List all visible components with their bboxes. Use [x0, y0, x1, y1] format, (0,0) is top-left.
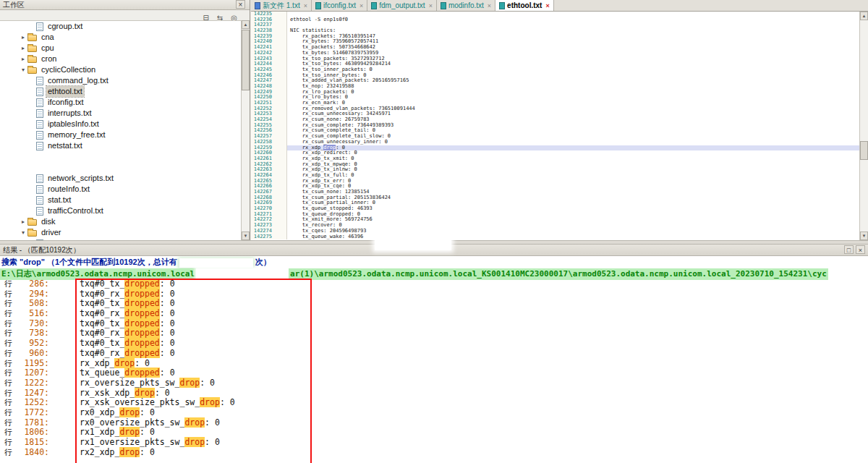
result-row[interactable]: 行1840:rx2_xdp_drop: 0 [0, 448, 868, 458]
scroll-up-icon[interactable]: ▲ [860, 12, 868, 20]
tree-item-iptablesinfo-txt[interactable]: iptablesInfo.txt [0, 119, 241, 129]
row-label: 行 [4, 378, 14, 388]
result-text: txq#0_tx_dropped: 0 [80, 319, 175, 329]
tree-item-disk[interactable]: ▸disk [0, 216, 241, 227]
tree-item-label: ethtool.txt [46, 86, 84, 97]
chevron-icon[interactable]: ▾ [19, 64, 27, 75]
tab-ifconfig-txt[interactable]: ifconfig.txt× [312, 0, 367, 11]
tree-item-stat-txt[interactable]: stat.txt [0, 195, 241, 205]
close-icon[interactable]: × [545, 2, 549, 9]
tree-item-routeinfo-txt[interactable]: routeInfo.txt [0, 184, 241, 195]
result-row[interactable]: 行508:txq#0_tx_dropped: 0 [0, 299, 868, 309]
tree-item-cna[interactable]: ▸cna [0, 32, 241, 43]
code-text: rx_xdp_tx_inlnw: 0 [287, 167, 859, 173]
result-line-number: 294: [14, 289, 49, 300]
row-label: 行 [4, 398, 14, 408]
result-text: rx_xsk_xdp_drop: 0 [80, 388, 170, 399]
tree-item-label: driver [40, 227, 63, 238]
result-row[interactable]: 行1195:rx_xdp_drop: 0 [0, 359, 868, 369]
result-text: rx2_xdp_drop: 0 [80, 448, 155, 458]
tree-item-command-log-txt[interactable]: command_log.txt [0, 75, 241, 86]
tree-item-netstat-txt[interactable]: netstat.txt [0, 140, 241, 151]
tree-gap [0, 151, 241, 162]
document-icon [499, 2, 505, 9]
result-line-number: 1195: [14, 359, 49, 369]
result-row[interactable]: 行286:txq#0_tx_dropped: 0 [0, 279, 868, 289]
file-tree[interactable]: cgroup.txt▸cna▸cpu▸cron▾cyclicCollection… [0, 20, 241, 240]
close-icon[interactable]: × [304, 2, 307, 9]
result-row[interactable]: 行1806:rx1_xdp_drop: 0 [0, 428, 868, 438]
chevron-icon[interactable]: ▾ [19, 227, 27, 238]
scroll-down-icon[interactable]: ▼ [860, 232, 868, 240]
result-row[interactable]: 行1222:rx_oversize_pkts_sw_drop: 0 [0, 378, 868, 388]
result-row[interactable]: 行516:txq#0_rx_dropped: 0 [0, 309, 868, 319]
result-row[interactable]: 行1772:rx0_xdp_drop: 0 [0, 408, 868, 418]
editor-code[interactable]: 142235142236ethtool -S enp1s0f0142237142… [251, 12, 859, 240]
tab-label: ifconfig.txt [323, 1, 356, 9]
close-icon[interactable]: × [488, 2, 491, 9]
result-line-number: 730: [14, 319, 49, 329]
workspace-title: 工作区 [3, 1, 25, 9]
chevron-icon[interactable]: ▸ [19, 216, 27, 227]
row-label: 行 [4, 339, 14, 349]
result-row[interactable]: 行1252:rx_xsk_oversize_pkts_sw_drop: 0 [0, 398, 868, 408]
close-icon[interactable]: × [359, 2, 363, 9]
tab-ethtool-txt[interactable]: ethtool.txt× [495, 0, 554, 11]
tab-1-txt[interactable]: 新文件 1.txt× [251, 0, 312, 11]
result-row[interactable]: 行952:txq#0_tx_dropped: 0 [0, 339, 868, 349]
close-icon[interactable]: × [429, 2, 433, 9]
tree-item-trafficcontrol-txt[interactable]: trafficControl.txt [0, 205, 241, 216]
result-row[interactable]: 行1781:rx0_oversize_pkts_sw_drop: 0 [0, 418, 868, 428]
scrollbar-thumb[interactable] [242, 30, 250, 90]
result-row[interactable]: 行1207:tx_queue_dropped: 0 [0, 368, 868, 378]
match-highlight: dropped [124, 289, 159, 299]
tree-item-memory-free-txt[interactable]: memory_free.txt [0, 129, 241, 140]
chevron-icon[interactable]: ▸ [19, 54, 27, 64]
tree-item-driver[interactable]: ▾driver [0, 227, 241, 238]
tree-item-interrupts-txt[interactable]: interrupts.txt [0, 108, 241, 119]
tab-fdm-output-txt[interactable]: fdm_output.txt× [367, 0, 437, 11]
match-highlight: drop [184, 437, 205, 447]
result-row[interactable]: 行738:txq#0_rx_dropped: 0 [0, 328, 868, 339]
folder-icon [27, 67, 37, 74]
code-text: rx_xdp_tx_err: 0 [287, 179, 859, 184]
scroll-up-icon[interactable]: ▲ [242, 20, 250, 29]
match-highlight: dropped [124, 368, 159, 378]
tree-scrollbar[interactable]: ▲ ▼ [241, 20, 250, 240]
document-icon [371, 2, 377, 9]
document-icon [441, 2, 446, 9]
chevron-icon[interactable]: ▸ [19, 43, 27, 54]
folder-icon [27, 230, 37, 237]
maximize-icon[interactable]: □ [844, 245, 854, 254]
result-row[interactable]: 行294:txq#0_rx_dropped: 0 [0, 289, 868, 300]
tree-item-cron[interactable]: ▸cron [0, 54, 241, 64]
tree-item-ethtool-txt[interactable]: ethtool.txt [0, 86, 241, 97]
close-icon[interactable]: × [236, 0, 245, 9]
scroll-down-icon[interactable]: ▼ [242, 232, 250, 240]
result-row[interactable]: 行1247:rx_xsk_xdp_drop: 0 [0, 388, 868, 399]
match-highlight: dropped [124, 318, 159, 328]
tree-item-label: network_scripts.txt [46, 173, 115, 184]
editor-scrollbar[interactable]: ▲ ▼ [859, 12, 868, 240]
result-text: rx_xsk_oversize_pkts_sw_drop: 0 [80, 398, 235, 408]
tree-item-cycliccollection[interactable]: ▾cyclicCollection [0, 64, 241, 75]
document-icon [315, 2, 321, 9]
tree-item-network-scripts-txt[interactable]: network_scripts.txt [0, 173, 241, 184]
result-text: rx_xdp_drop: 0 [80, 359, 150, 369]
search-summary-prefix: 搜索 "drop" （1个文件中匹配到10192次，总计有 [1, 258, 177, 266]
chevron-icon[interactable]: ▸ [19, 32, 27, 43]
match-highlight: drop [119, 427, 140, 437]
close-icon[interactable]: × [856, 245, 865, 254]
tree-item-cgroup-txt[interactable]: cgroup.txt [0, 21, 241, 32]
result-row[interactable]: 行730:txq#0_tx_dropped: 0 [0, 319, 868, 329]
tree-item-ifconfig-txt[interactable]: ifconfig.txt [0, 97, 241, 108]
tab-modinfo-txt[interactable]: modinfo.txt× [437, 0, 495, 11]
result-row[interactable]: 行1815:rx1_oversize_pkts_sw_drop: 0 [0, 438, 868, 448]
code-text: rx_xdp_tx_mpwqe: 0 [287, 162, 859, 168]
result-row[interactable]: 行960:txq#0_rx_dropped: 0 [0, 349, 868, 359]
row-label: 行 [4, 309, 14, 319]
scrollbar-thumb[interactable] [860, 141, 868, 160]
tree-item-cpu[interactable]: ▸cpu [0, 43, 241, 54]
result-line-number: 1222: [14, 378, 49, 388]
match-highlight: dropped [124, 328, 159, 338]
